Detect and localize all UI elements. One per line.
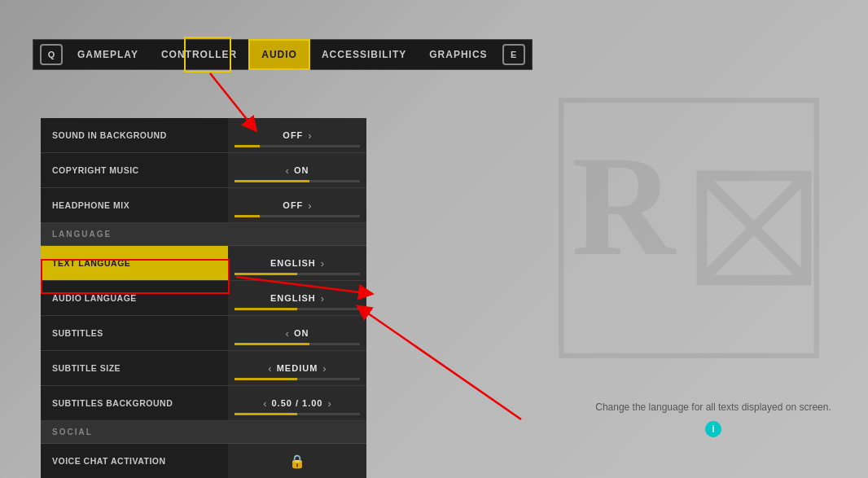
tab-graphics[interactable]: GRAPHICS [418,39,498,70]
audio-language-arrow-right[interactable]: › [321,292,324,305]
text-language-arrow-right[interactable]: › [321,257,324,270]
subtitles-arrow-left[interactable]: ‹ [286,327,289,340]
setting-row-subtitle-size: SUBTITLE SIZE ‹ MEDIUM › [41,351,366,386]
setting-row-voice-chat: VOICE CHAT ACTIVATION 🔒 [41,444,366,478]
setting-value-subtitle-size[interactable]: ‹ MEDIUM › [228,351,366,385]
setting-row-headphone-mix: HEADPHONE MIX OFF › [41,188,366,223]
setting-label-subtitles: SUBTITLES [41,316,228,350]
section-language: LANGUAGE [41,223,366,246]
copyright-music-value: ON [294,165,309,175]
subtitle-size-value: MEDIUM [277,363,318,373]
lock-icon: 🔒 [289,454,305,469]
setting-row-sound-bg: SOUND IN BACKGROUND OFF › [41,118,366,153]
setting-value-copyright-music[interactable]: ‹ ON [228,153,366,187]
section-social: SOCIAL [41,421,366,444]
setting-label-voice-chat: VOICE CHAT ACTIVATION [41,444,228,478]
setting-value-audio-language[interactable]: ENGLISH › [228,281,366,315]
settings-panel: SOUND IN BACKGROUND OFF › COPYRIGHT MUSI… [41,118,366,462]
description-area: Change the language for all texts displa… [591,399,835,437]
tab-audio[interactable]: AUDIO [248,39,310,70]
tab-accessibility[interactable]: ACCESSIBILITY [310,39,418,70]
subtitles-value: ON [294,328,309,338]
nav-key-left[interactable]: Q [40,44,63,65]
setting-label-text-language[interactable]: TEXT LANGUAGE [41,246,228,280]
setting-label-audio-language: AUDIO LANGUAGE [41,281,228,315]
subtitles-bg-arrow-left[interactable]: ‹ [263,397,266,410]
headphone-mix-arrow-right[interactable]: › [308,200,311,212]
sound-bg-value: OFF [283,130,303,140]
setting-label-sound-bg: SOUND IN BACKGROUND [41,118,228,152]
subtitles-bg-value: 0.50 / 1.00 [272,398,323,408]
tab-gameplay[interactable]: GAMEPLAY [66,39,150,70]
subtitle-size-arrow-right[interactable]: › [322,362,326,375]
setting-value-sound-bg[interactable]: OFF › [228,118,366,152]
setting-row-text-language: TEXT LANGUAGE ENGLISH › [41,246,366,281]
subtitle-size-arrow-left[interactable]: ‹ [268,362,271,375]
audio-language-value: ENGLISH [270,293,316,303]
nav-bar: Q GAMEPLAY CONTROLLER AUDIO ACCESSIBILIT… [33,39,533,70]
setting-value-voice-chat: 🔒 [228,444,366,478]
svg-text:R: R [572,126,677,285]
setting-label-copyright-music: COPYRIGHT MUSIC [41,153,228,187]
info-icon: i [705,421,721,437]
setting-value-headphone-mix[interactable]: OFF › [228,188,366,222]
nav-key-right[interactable]: E [502,44,525,65]
setting-row-audio-language: AUDIO LANGUAGE ENGLISH › [41,281,366,316]
sound-bg-arrow-right[interactable]: › [308,129,311,142]
setting-label-subtitles-bg: SUBTITLES BACKGROUND [41,386,228,420]
subtitles-bg-arrow-right[interactable]: › [328,397,331,410]
tab-controller[interactable]: CONTROLLER [150,39,248,70]
copyright-music-arrow-left[interactable]: ‹ [286,164,289,177]
watermark-logo: R [559,98,819,358]
setting-value-subtitles[interactable]: ‹ ON [228,316,366,350]
headphone-mix-value: OFF [283,200,303,210]
setting-value-text-language[interactable]: ENGLISH › [228,246,366,280]
setting-row-copyright-music: COPYRIGHT MUSIC ‹ ON [41,153,366,188]
setting-row-subtitles-bg: SUBTITLES BACKGROUND ‹ 0.50 / 1.00 › [41,386,366,421]
setting-label-subtitle-size: SUBTITLE SIZE [41,351,228,385]
setting-row-subtitles: SUBTITLES ‹ ON [41,316,366,351]
setting-label-headphone-mix: HEADPHONE MIX [41,188,228,222]
text-language-value: ENGLISH [270,258,316,268]
setting-value-subtitles-bg[interactable]: ‹ 0.50 / 1.00 › [228,386,366,420]
description-text: Change the language for all texts displa… [595,401,831,413]
